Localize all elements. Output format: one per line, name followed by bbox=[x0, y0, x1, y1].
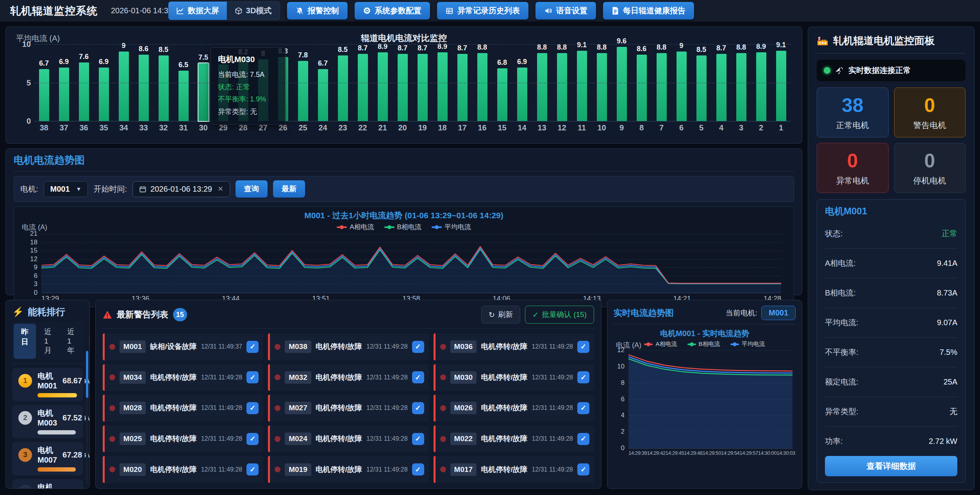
legend-item-平均电流[interactable]: 平均电流 bbox=[730, 340, 765, 348]
bar-motor-3[interactable] bbox=[736, 53, 746, 121]
energy-tab-昨日[interactable]: 昨日 bbox=[14, 324, 36, 359]
nav-button-系统参数配置[interactable]: ⚙系统参数配置 bbox=[354, 2, 430, 20]
alarm-confirm-checkbox[interactable]: ✓ bbox=[412, 371, 424, 383]
legend-item-B相电流[interactable]: B相电流 bbox=[384, 223, 421, 231]
energy-refresh-button[interactable]: ↻ bbox=[89, 333, 90, 350]
bar-motor-6[interactable] bbox=[677, 52, 687, 121]
alarm-card-M020[interactable]: M020电机停转/故障12/31 11:49:28✓ bbox=[103, 456, 263, 483]
alarm-confirm-checkbox[interactable]: ✓ bbox=[412, 433, 424, 445]
alarm-confirm-checkbox[interactable]: ✓ bbox=[577, 433, 589, 445]
alarm-card-M022[interactable]: M022电机停转/故障12/31 11:49:28✓ bbox=[434, 426, 594, 452]
bar-motor-34[interactable] bbox=[119, 52, 129, 121]
alarm-confirm-checkbox[interactable]: ✓ bbox=[577, 341, 589, 353]
alarm-confirm-checkbox[interactable]: ✓ bbox=[246, 463, 259, 475]
energy-tab-近1年[interactable]: 近1年 bbox=[60, 324, 82, 359]
rank-item-电机M003[interactable]: 2电机M00367.52kWh bbox=[12, 405, 83, 438]
view-detail-button[interactable]: 查看详细数据 bbox=[825, 456, 957, 476]
alarm-card-M017[interactable]: M017电机停转/故障12/31 11:49:28✓ bbox=[434, 456, 594, 483]
alarm-confirm-checkbox[interactable]: ✓ bbox=[577, 463, 589, 475]
alarm-confirm-checkbox[interactable]: ✓ bbox=[412, 463, 424, 475]
bar-motor-33[interactable] bbox=[139, 55, 149, 121]
bar-motor-23[interactable] bbox=[338, 55, 348, 121]
bar-motor-5[interactable] bbox=[696, 55, 707, 121]
rank-item-电机M018[interactable]: 4电机M01864.36kWh bbox=[12, 479, 83, 489]
bar-motor-12[interactable] bbox=[557, 53, 567, 121]
query-button[interactable]: 查询 bbox=[236, 180, 268, 198]
alarm-confirm-checkbox[interactable]: ✓ bbox=[246, 371, 259, 383]
alarm-card-M036[interactable]: M036电机停转/故障12/31 11:49:28✓ bbox=[434, 333, 594, 360]
alarm-card-M027[interactable]: M027电机停转/故障12/31 11:49:28✓ bbox=[268, 395, 428, 422]
alarm-card-M032[interactable]: M032电机停转/故障12/31 11:49:28✓ bbox=[268, 364, 428, 391]
legend-item-A相电流[interactable]: A相电流 bbox=[644, 340, 677, 348]
current-motor-chip[interactable]: M001 bbox=[761, 306, 796, 320]
alarm-refresh-button[interactable]: ↻ 刷新 bbox=[481, 306, 520, 324]
bar-motor-7[interactable] bbox=[657, 53, 667, 121]
bar-motor-16[interactable] bbox=[477, 53, 487, 121]
nav-button-异常记录历史列表[interactable]: 异常记录历史列表 bbox=[437, 2, 528, 20]
clear-date-icon[interactable]: ✕ bbox=[218, 185, 223, 193]
energy-tab-近1月[interactable]: 近1月 bbox=[37, 324, 59, 359]
bar-motor-1[interactable] bbox=[776, 51, 786, 121]
nav-button-3D模式[interactable]: 3D模式 bbox=[227, 2, 280, 20]
stat-card-异常电机: 0异常电机 bbox=[817, 143, 889, 193]
alarm-confirm-checkbox[interactable]: ✓ bbox=[412, 341, 424, 353]
bar-motor-18[interactable] bbox=[437, 52, 448, 121]
alarm-confirm-checkbox[interactable]: ✓ bbox=[577, 402, 589, 414]
bar-motor-35[interactable] bbox=[99, 68, 109, 121]
bar-motor-10[interactable] bbox=[597, 53, 607, 121]
nav-button-报警控制[interactable]: 报警控制 bbox=[287, 2, 347, 20]
alarm-card-M028[interactable]: M028电机停转/故障12/31 11:49:28✓ bbox=[103, 395, 263, 422]
bar-motor-11[interactable] bbox=[577, 51, 587, 121]
nav-button-数据大屏[interactable]: 数据大屏 bbox=[168, 2, 227, 20]
bar-motor-32[interactable] bbox=[159, 55, 169, 121]
bar-motor-15[interactable] bbox=[497, 68, 507, 121]
app-title: 轧机辊道监控系统 bbox=[10, 4, 98, 18]
bar-motor-37[interactable] bbox=[59, 68, 69, 121]
alarm-card-M001[interactable]: M001缺相/设备故障12/31 11:49:37✓ bbox=[103, 333, 263, 360]
alarm-card-M026[interactable]: M026电机停转/故障12/31 11:49:28✓ bbox=[434, 395, 594, 422]
bar-motor-21[interactable] bbox=[378, 52, 388, 121]
legend-item-A相电流[interactable]: A相电流 bbox=[337, 223, 374, 231]
realtime-header: 实时电流趋势图 当前电机: M001 bbox=[614, 306, 796, 324]
alarm-card-M030[interactable]: M030电机停转/故障12/31 11:49:28✓ bbox=[434, 364, 594, 391]
bar-motor-38[interactable] bbox=[39, 69, 49, 121]
energy-scrollbar[interactable] bbox=[86, 351, 88, 398]
legend-item-平均电流[interactable]: 平均电流 bbox=[432, 223, 471, 231]
bar-motor-36[interactable] bbox=[79, 62, 89, 121]
alarm-card-M019[interactable]: M019电机停转/故障12/31 11:49:28✓ bbox=[268, 456, 428, 483]
bar-motor-22[interactable] bbox=[358, 54, 368, 121]
alarm-confirm-checkbox[interactable]: ✓ bbox=[577, 371, 589, 383]
bar-x-label: 35 bbox=[94, 123, 114, 132]
bar-motor-31[interactable] bbox=[179, 71, 189, 121]
batch-confirm-button[interactable]: ✓ 批量确认 (15) bbox=[525, 306, 594, 324]
motor-select[interactable]: M001 ▼ bbox=[44, 181, 88, 197]
bar-motor-17[interactable] bbox=[457, 54, 468, 121]
legend-item-B相电流[interactable]: B相电流 bbox=[687, 340, 720, 348]
alarm-confirm-checkbox[interactable]: ✓ bbox=[412, 402, 424, 414]
latest-button[interactable]: 最新 bbox=[273, 180, 305, 198]
rank-item-电机M001[interactable]: 1电机M00168.67kWh bbox=[12, 368, 83, 401]
alarm-confirm-checkbox[interactable]: ✓ bbox=[246, 433, 259, 445]
start-time-input[interactable]: 2026-01-06 13:29 ✕ bbox=[132, 181, 230, 197]
alarm-confirm-checkbox[interactable]: ✓ bbox=[246, 341, 259, 353]
nav-button-语音设置[interactable]: 语音设置 bbox=[536, 2, 596, 20]
x-tick: 14:29:48 bbox=[684, 450, 702, 456]
bar-motor-14[interactable] bbox=[517, 68, 527, 121]
bar-motor-8[interactable] bbox=[637, 55, 647, 121]
bar-motor-20[interactable] bbox=[398, 54, 408, 121]
bar-motor-30[interactable] bbox=[198, 63, 209, 121]
bar-motor-13[interactable] bbox=[537, 53, 547, 121]
rank-item-电机M007[interactable]: 3电机M00767.28kWh bbox=[12, 442, 83, 475]
alarm-confirm-checkbox[interactable]: ✓ bbox=[246, 402, 259, 414]
alarm-card-M025[interactable]: M025电机停转/故障12/31 11:49:28✓ bbox=[103, 426, 263, 452]
bar-motor-9[interactable] bbox=[617, 47, 627, 121]
bar-motor-2[interactable] bbox=[756, 52, 766, 121]
bar-motor-4[interactable] bbox=[716, 54, 727, 121]
alarm-card-M038[interactable]: M038电机停转/故障12/31 11:49:28✓ bbox=[268, 333, 428, 360]
bar-motor-24[interactable] bbox=[318, 69, 328, 121]
bar-motor-19[interactable] bbox=[418, 54, 428, 121]
nav-button-每日辊道健康报告[interactable]: 每日辊道健康报告 bbox=[603, 2, 694, 20]
bar-motor-25[interactable] bbox=[298, 61, 308, 121]
alarm-card-M034[interactable]: M034电机停转/故障12/31 11:49:28✓ bbox=[103, 364, 263, 391]
alarm-card-M024[interactable]: M024电机停转/故障12/31 11:49:28✓ bbox=[268, 426, 428, 452]
